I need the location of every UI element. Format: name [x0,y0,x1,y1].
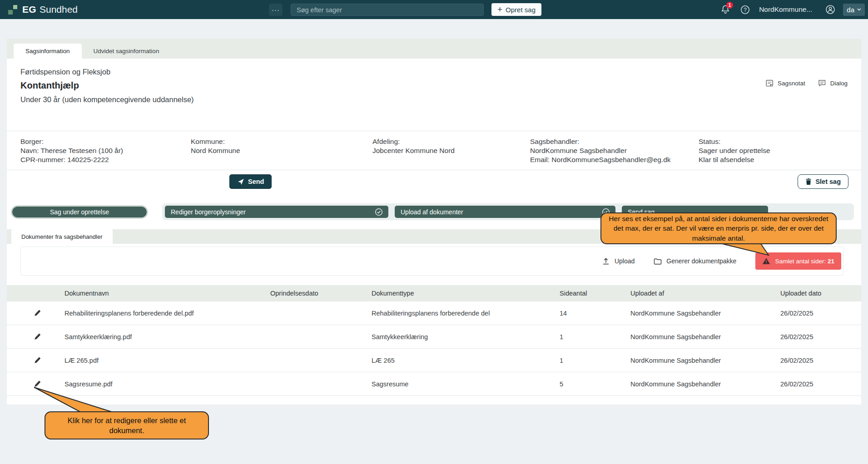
trash-icon [805,178,812,185]
info-afdeling: Afdeling: Jobcenter Kommune Nord [372,137,530,164]
chevron-down-icon [857,8,861,11]
edit-document-button[interactable] [32,332,42,342]
title-actions: Sagsnotat Dialog [766,67,848,105]
case-info-row: Borger: Navn: Therese Testesen (100 år) … [7,131,861,170]
col-dokumenttype: Dokumenttype [359,290,547,297]
case-note-button[interactable]: Sagsnotat [766,79,805,88]
step-rediger-borgeroplysninger[interactable]: Rediger borgeroplysninger [165,206,388,218]
app-root: { "navbar": { "brand": "EG", "product": … [0,0,868,464]
generate-package-button[interactable]: Generer dokumentpakke [654,257,736,265]
cell-uploaded-date: 26/02/2025 [768,310,861,317]
send-plane-icon [237,178,244,185]
col-oprindelsesdato: Oprindelsesdato [258,290,359,297]
top-navbar: EG Sundhed ··· + Opret sag 1 ? NordKommu… [0,0,868,19]
status-pill: Sag under oprettelse [11,205,148,219]
cell-pages: 1 [547,333,618,341]
pencil-icon [34,356,41,364]
cell-document-type: Samtykkeerklæring [359,333,547,341]
card-footer [7,396,861,405]
organization-name: NordKommune... [759,5,812,14]
table-row: Rehabiliteringsplanens forberedende del.… [7,301,861,325]
case-category: Førtidspension og Fleksjob [20,67,194,77]
overflow-menu-button[interactable]: ··· [269,4,283,16]
notifications-button[interactable]: 1 [721,5,730,15]
folder-icon [654,258,662,265]
user-icon [825,5,835,15]
note-icon [766,79,774,87]
document-table-body: Rehabiliteringsplanens forberedende del.… [7,301,861,396]
cell-document-type: Rehabiliteringsplanens forberedende del [359,310,547,317]
help-icon: ? [740,5,750,15]
brand-name: EG [22,4,36,15]
case-titles: Førtidspension og Fleksjob Kontanthjælp … [20,67,194,105]
eg-logo-icon [8,5,18,15]
case-subtitle: Under 30 år (uden kompetencegivende udda… [20,94,194,105]
info-sagsbehandler: Sagsbehandler: NordKommune Sagsbehandler… [530,137,699,164]
pencil-icon [34,309,41,317]
cell-pages: 1 [547,357,618,364]
document-table-header: Dokumentnavn Oprindelsesdato Dokumenttyp… [7,285,861,301]
edit-document-button[interactable] [32,308,42,318]
case-tabstrip: Sagsinformation Udvidet sagsinformation [7,39,861,59]
cell-uploaded-by: NordKommune Sagsbehandler [618,333,768,341]
notification-count-badge: 1 [726,2,733,9]
navbar-right: 1 ? NordKommune... da [721,0,865,19]
check-circle-icon [375,208,383,216]
cell-document-name: LÆ 265.pdf [52,357,258,364]
page-title: Kontanthjælp [20,79,194,92]
cell-uploaded-by: NordKommune Sagsbehandler [618,310,768,317]
cell-document-name: Rehabiliteringsplanens forberedende del.… [52,310,258,317]
cell-document-name: Samtykkeerklæring.pdf [52,333,258,341]
language-selector[interactable]: da [843,4,865,16]
create-case-button[interactable]: + Opret sag [491,3,541,16]
upload-icon [602,257,610,265]
max-pages-callout: Her ses et eksempel på, at antal sider i… [600,212,837,244]
delete-case-button[interactable]: Slet sag [798,174,848,189]
warning-icon [762,257,770,265]
tab-sagsinformation[interactable]: Sagsinformation [14,44,82,59]
table-row: Samtykkeerklæring.pdf Samtykkeerklæring … [7,325,861,349]
cell-pages: 5 [547,380,618,388]
pencil-icon [34,333,41,341]
plus-icon: + [497,5,502,14]
col-dokumentnavn: Dokumentnavn [52,290,258,297]
edit-document-button[interactable] [32,355,42,365]
dialog-button[interactable]: Dialog [818,79,848,88]
tab-dokumenter-fra-sagsbehandler[interactable]: Dokumenter fra sagsbehandler [11,229,113,244]
cell-uploaded-by: NordKommune Sagsbehandler [618,357,768,364]
app-logo[interactable]: EG Sundhed [8,0,78,19]
svg-text:?: ? [744,7,747,13]
help-button[interactable]: ? [740,5,750,15]
cell-uploaded-date: 26/02/2025 [768,380,861,388]
col-uploadet-dato: Uploadet dato [768,290,861,297]
document-table: Dokumentnavn Oprindelsesdato Dokumenttyp… [7,285,861,396]
product-name: Sundhed [40,4,78,15]
search-input[interactable] [291,4,484,16]
info-kommune: Kommune: Nord Kommune [191,137,372,164]
table-row: LÆ 265.pdf LÆ 265 1 NordKommune Sagsbeha… [7,349,861,372]
cell-document-type: LÆ 265 [359,357,547,364]
callout-tail [718,243,777,256]
cell-uploaded-by: NordKommune Sagsbehandler [618,380,768,388]
action-button-row: Send Slet sag [7,170,861,203]
cell-uploaded-date: 26/02/2025 [768,357,861,364]
col-uploadet-af: Uploadet af [618,290,768,297]
col-sideantal: Sideantal [547,290,618,297]
cell-document-type: Sagsresume [359,380,547,388]
total-pages-value: 21 [828,258,834,265]
send-button[interactable]: Send [229,174,272,189]
account-button[interactable] [825,5,835,15]
step-upload-af-dokumenter[interactable]: Upload af dokumenter [395,206,615,218]
cell-pages: 14 [547,310,618,317]
info-borger: Borger: Navn: Therese Testesen (100 år) … [20,137,191,164]
edit-hint-callout: Klik her for at redigere eller slette et… [45,411,209,439]
chat-icon [818,79,826,87]
tab-udvidet-sagsinformation[interactable]: Udvidet sagsinformation [82,44,171,59]
info-status: Status: Sager under oprettelse Klar til … [699,137,848,164]
callout-tail [27,384,127,415]
table-row: Sagsresume.pdf Sagsresume 5 NordKommune … [7,372,861,396]
upload-button[interactable]: Upload [602,257,635,265]
cell-uploaded-date: 26/02/2025 [768,333,861,341]
